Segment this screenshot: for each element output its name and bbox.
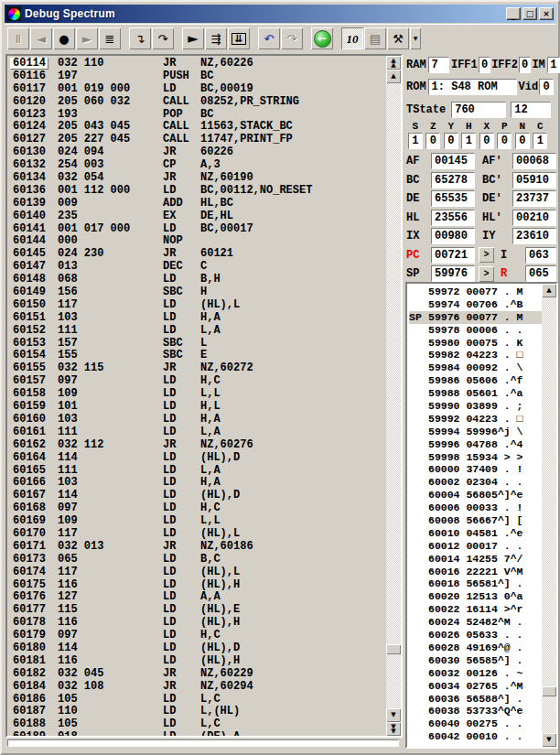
- redo-button[interactable]: ↷: [281, 27, 303, 49]
- disassembly-row[interactable]: 60177115LD(HL),E: [13, 604, 386, 617]
- disassembly-row[interactable]: 60182032 045JRNZ,60229: [13, 668, 386, 681]
- disassembly-row[interactable]: 60166103LDH,A: [13, 477, 386, 490]
- register-field[interactable]: 05910: [512, 172, 556, 189]
- disassembly-row[interactable]: 60132254 003CPA,3: [13, 159, 386, 172]
- flag-field[interactable]: 0: [479, 133, 494, 149]
- stack-row[interactable]: 59980 00075 . K: [409, 337, 542, 350]
- i-field[interactable]: 063: [525, 247, 556, 264]
- disassembly-row[interactable]: 60174117LD(HL),L: [13, 566, 386, 579]
- minimize-button[interactable]: _: [506, 7, 521, 20]
- disassembly-row[interactable]: 60150117LD(HL),L: [13, 299, 386, 312]
- flag-field[interactable]: 1: [533, 133, 547, 149]
- decimal-mode-button[interactable]: 10: [341, 27, 363, 49]
- disassembly-row[interactable]: 60145024 230JR60121: [13, 248, 386, 261]
- disassembly-row[interactable]: 60117001 019 000LDBC,00019: [13, 83, 386, 96]
- step-over-button[interactable]: ↷: [152, 27, 174, 49]
- disassembly-row[interactable]: 60136001 112 000LDBC,00112,NO_RESET: [13, 185, 386, 198]
- stack-row[interactable]: 59982 04223 . □: [409, 349, 542, 361]
- run-button[interactable]: ►: [182, 27, 204, 49]
- stack-row[interactable]: 59994 59996^j \: [409, 426, 542, 438]
- iff1-field[interactable]: 0: [479, 57, 490, 73]
- scroll-top-button[interactable]: ▲ ▲: [386, 56, 401, 70]
- flag-field[interactable]: 1: [408, 133, 423, 149]
- register-field[interactable]: 00145: [431, 153, 475, 169]
- disassembly-row[interactable]: 60188105LDL,C: [13, 718, 386, 731]
- disassembly-row[interactable]: 60187110LDL,(HL): [13, 706, 386, 718]
- toolbar-more-button[interactable]: ▼: [410, 27, 421, 49]
- stack-row[interactable]: 60008 56667^] [: [409, 514, 542, 527]
- stack-row[interactable]: 60010 04581 .^e: [409, 527, 542, 540]
- tools-button[interactable]: ⚒: [387, 27, 409, 49]
- flag-field[interactable]: 0: [515, 133, 530, 149]
- step-forward-button[interactable]: ►: [76, 27, 98, 49]
- stack-row[interactable]: 60004 56805^]^e: [409, 489, 542, 502]
- disassembly-row[interactable]: 60189018LD(DE),A: [13, 731, 386, 736]
- stack-row[interactable]: 60014 14255 7^/: [409, 553, 542, 566]
- stack-scrollbar-thumb[interactable]: [542, 686, 556, 696]
- disassembly-row[interactable]: 60175116LD(HL),H: [13, 579, 386, 592]
- disassembly-row[interactable]: 60176127LDA,A: [13, 591, 386, 604]
- disassembly-row[interactable]: 60148068LDB,H: [13, 274, 386, 286]
- disassembly-row[interactable]: 60162032 112JRNZ,60276: [13, 439, 386, 452]
- scrollbar-thumb[interactable]: [386, 644, 401, 654]
- disassembly-row[interactable]: 60179097LDH,C: [13, 630, 386, 642]
- disassembly-row[interactable]: 60173065LDB,C: [13, 554, 386, 566]
- breakpoint-list-button[interactable]: ≣: [99, 27, 121, 49]
- stack-scroll-up-button[interactable]: ▲: [542, 284, 556, 297]
- stack-row[interactable]: 60028 49169^@ .: [409, 642, 542, 654]
- register-field[interactable]: 65278: [431, 172, 475, 189]
- undo-button[interactable]: ↶: [258, 27, 280, 49]
- maximize-button[interactable]: □: [522, 7, 537, 20]
- stack-row[interactable]: 59986 05606 .^f: [409, 374, 542, 387]
- stack-row[interactable]: 60018 56581^] .: [409, 577, 542, 590]
- stack-row[interactable]: 60042 00010 . .: [409, 730, 542, 743]
- disassembly-row[interactable]: 60171032 013JRNZ,60186: [13, 541, 386, 554]
- stack-row[interactable]: 59996 04788 .^4: [409, 438, 542, 451]
- disassembly-row[interactable]: 60167114LD(HL),D: [13, 490, 386, 502]
- stack-row[interactable]: 60012 00017 . .: [409, 540, 542, 553]
- disassembly-row[interactable]: 60114032 110JRNZ,60226: [13, 58, 386, 70]
- disassembly-row[interactable]: 60154155SBCE: [13, 350, 386, 362]
- stack-row[interactable]: 60002 02304 . .: [409, 476, 542, 489]
- vid-field[interactable]: 0: [539, 79, 554, 95]
- stack-scroll-down-button[interactable]: ▼: [542, 733, 556, 747]
- ram-field[interactable]: 7: [428, 57, 449, 73]
- register-field[interactable]: 00980: [431, 228, 475, 244]
- stack-row[interactable]: 59998 15934 > >: [409, 451, 542, 464]
- flag-field[interactable]: 0: [425, 133, 440, 149]
- rom-field[interactable]: 1: S48 ROM: [428, 79, 517, 95]
- stack-row[interactable]: 59988 05601 .^a: [409, 387, 542, 400]
- disassembly-row[interactable]: 60155032 115JRNZ,60272: [13, 362, 386, 375]
- sp-follow-button[interactable]: >: [479, 266, 494, 282]
- register-field[interactable]: 00210: [512, 210, 556, 226]
- disassembly-row[interactable]: 60180114LD(HL),D: [13, 642, 386, 655]
- iff2-field[interactable]: 0: [519, 57, 531, 73]
- disassembly-row[interactable]: 60152111LDL,A: [13, 325, 386, 338]
- run-multiple-button[interactable]: ⇶: [205, 27, 227, 49]
- stack-row[interactable]: 60038 53733^Q^e: [409, 705, 542, 717]
- disassembly-row[interactable]: 60178116LD(HL),H: [13, 617, 386, 630]
- stack-row[interactable]: 60040 00275 . .: [409, 717, 542, 730]
- disassembly-row[interactable]: 60164114LD(HL),D: [13, 452, 386, 465]
- disassembly-row[interactable]: 60140235EXDE,HL: [13, 210, 386, 223]
- stack-row[interactable]: 60020 12513 0^a: [409, 590, 542, 603]
- horizontal-scrollbar[interactable]: [7, 739, 399, 747]
- stack-row[interactable]: 60000 37409 . !: [409, 463, 542, 476]
- disassembly-row[interactable]: 60127205 227 045CALL11747,PRINT_FP: [13, 134, 386, 146]
- stack-row[interactable]: 60006 00033 . !: [409, 502, 542, 514]
- scroll-up-button[interactable]: ▲: [386, 70, 401, 83]
- stack-row[interactable]: 60030 56585^] .: [409, 654, 542, 667]
- stack-row[interactable]: 60026 05633 . .: [409, 629, 542, 642]
- register-field[interactable]: 65535: [431, 190, 475, 207]
- disassembly-row[interactable]: 60141001 017 000LDBC,00017: [13, 223, 386, 236]
- disassembly-row[interactable]: 60144000NOP: [13, 235, 386, 248]
- stack-row[interactable]: 59972 00077 . M: [409, 286, 542, 298]
- disassembly-row[interactable]: 60181116LD(HL),H: [13, 655, 386, 668]
- stack-row[interactable]: SP59976 00077 . M: [409, 311, 542, 324]
- stack-row[interactable]: 59978 00006 . .: [409, 324, 542, 337]
- disassembly-row[interactable]: 60124205 043 045CALL11563,STACK_BC: [13, 121, 386, 134]
- tstate-frame-field[interactable]: 12: [511, 102, 551, 118]
- stack-row[interactable]: 59990 03899 . ;: [409, 400, 542, 413]
- step-back-button[interactable]: ◄: [30, 27, 52, 49]
- close-button[interactable]: ×: [539, 7, 554, 20]
